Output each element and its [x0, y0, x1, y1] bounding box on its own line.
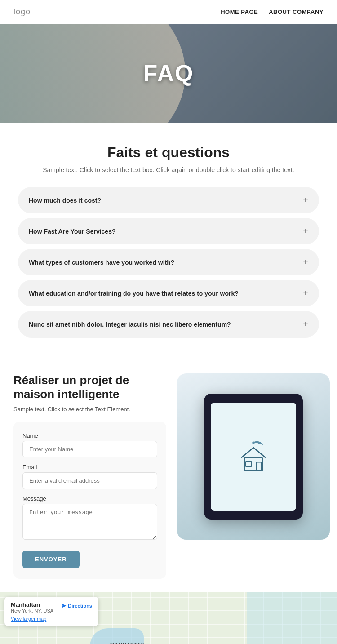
map-container: MANHATTAN New York BROOKLYN Manhattan Ne… — [0, 592, 337, 644]
submit-button[interactable]: ENVOYER — [22, 551, 80, 568]
svg-rect-1 — [244, 458, 262, 471]
faq-item-2[interactable]: How Fast Are Your Services? + — [18, 218, 319, 244]
name-input[interactable] — [22, 441, 157, 457]
form-group-email: Email — [22, 464, 157, 489]
faq-expand-icon-1: + — [303, 195, 308, 205]
tablet-visual — [204, 394, 303, 520]
message-textarea[interactable] — [22, 504, 157, 540]
faq-question-2: How Fast Are Your Services? — [29, 228, 115, 235]
tablet-screen — [211, 403, 296, 511]
svg-rect-3 — [246, 462, 252, 467]
house-icon — [233, 435, 274, 478]
map-info-box: Manhattan New York, NY, USA View larger … — [4, 597, 98, 626]
faq-item-4[interactable]: What education and/or training do you ha… — [18, 280, 319, 306]
nav-links: HOME PAGE ABOUT COMPANY — [221, 9, 324, 15]
faq-expand-icon-3: + — [303, 257, 308, 267]
email-input[interactable] — [22, 472, 157, 489]
logo: logo — [13, 7, 31, 17]
map-water-2 — [247, 592, 337, 644]
faq-expand-icon-5: + — [303, 319, 308, 329]
name-label: Name — [22, 432, 157, 439]
faq-main-title: Faits et questions — [18, 144, 319, 161]
svg-rect-2 — [256, 462, 261, 471]
faq-item-5[interactable]: Nunc sit amet nibh dolor. Integer iaculi… — [18, 311, 319, 338]
faq-expand-icon-4: + — [303, 288, 308, 298]
map-info-title: Manhattan — [11, 601, 53, 608]
smart-right — [177, 373, 330, 540]
form-group-message: Message — [22, 495, 157, 542]
smart-title: Réaliser un projet de maison intelligent… — [13, 373, 166, 401]
svg-point-0 — [252, 442, 254, 444]
nav-about[interactable]: ABOUT COMPANY — [269, 9, 324, 15]
smart-description: Sample text. Click to select the Text El… — [13, 406, 166, 413]
hero-title: FAQ — [143, 60, 194, 87]
smart-left: Réaliser un projet de maison intelligent… — [13, 373, 166, 579]
faq-list: How much does it cost? + How Fast Are Yo… — [18, 187, 319, 338]
map-info-address: New York, NY, USA — [11, 608, 53, 613]
map-directions-box[interactable]: ➤ Directions — [53, 601, 92, 610]
faq-question-1: How much does it cost? — [29, 197, 101, 204]
faq-item-1[interactable]: How much does it cost? + — [18, 187, 319, 213]
form-group-name: Name — [22, 432, 157, 457]
directions-text: Directions — [68, 603, 92, 608]
hero-banner: FAQ — [0, 24, 337, 123]
navbar: logo HOME PAGE ABOUT COMPANY — [0, 0, 337, 24]
faq-question-3: What types of customers have you worked … — [29, 259, 174, 266]
contact-form: Name Email Message ENVOYER — [13, 422, 166, 579]
faq-section: Faits et questions Sample text. Click to… — [0, 123, 337, 351]
map-label-manhattan: MANHATTAN — [110, 642, 145, 644]
nav-home[interactable]: HOME PAGE — [221, 9, 258, 15]
directions-icon: ➤ — [61, 601, 67, 610]
faq-question-4: What education and/or training do you ha… — [29, 290, 239, 297]
faq-expand-icon-2: + — [303, 226, 308, 236]
smart-section: Réaliser un projet de maison intelligent… — [0, 351, 337, 592]
faq-item-3[interactable]: What types of customers have you worked … — [18, 249, 319, 275]
email-label: Email — [22, 464, 157, 471]
smart-image — [177, 373, 330, 540]
message-label: Message — [22, 495, 157, 502]
map-view-larger[interactable]: View larger map — [11, 616, 53, 622]
faq-subtitle: Sample text. Click to select the text bo… — [18, 166, 319, 173]
faq-question-5: Nunc sit amet nibh dolor. Integer iaculi… — [29, 321, 231, 328]
